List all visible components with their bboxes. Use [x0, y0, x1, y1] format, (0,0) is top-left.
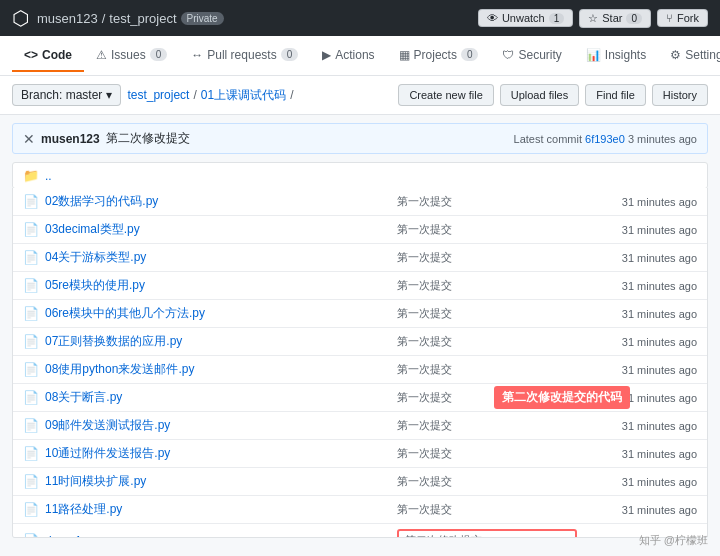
tab-actions[interactable]: ▶ Actions [310, 40, 386, 72]
file-icon: 📄 [23, 278, 39, 293]
table-row: 📄 demo1.py 第二次修改提交 3 minutes ago [13, 524, 707, 538]
header-actions: 👁 Unwatch 1 ☆ Star 0 ⑂ Fork [478, 9, 708, 28]
commit-message: 第二次修改提交 [106, 130, 190, 147]
table-row: 📄 04关于游标类型.py 第一次提交 31 minutes ago [13, 244, 707, 272]
breadcrumb-bar: Branch: master ▾ test_project / 01上课调试代码… [0, 76, 720, 115]
time-col: 31 minutes ago [577, 224, 697, 236]
file-icon: 📄 [23, 362, 39, 377]
fork-button[interactable]: ⑂ Fork [657, 9, 708, 27]
file-link[interactable]: 📄 07正则替换数据的应用.py [23, 333, 397, 350]
file-link[interactable]: 📄 08关于断言.py [23, 389, 397, 406]
code-icon: <> [24, 48, 38, 62]
commit-info-bar: ✕ musen123 第二次修改提交 Latest commit 6f193e0… [12, 123, 708, 154]
file-link[interactable]: 📄 11时间模块扩展.py [23, 473, 397, 490]
file-link[interactable]: 📄 08使用python来发送邮件.py [23, 361, 397, 378]
file-icon: 📄 [23, 390, 39, 405]
commit-col: 第一次提交 [397, 474, 577, 489]
table-row: 📄 11时间模块扩展.py 第一次提交 31 minutes ago [13, 468, 707, 496]
commit-hash[interactable]: 6f193e0 [585, 133, 625, 145]
file-link[interactable]: 📄 02数据学习的代码.py [23, 193, 397, 210]
table-row: 📄 06re模块中的其他几个方法.py 第一次提交 31 minutes ago [13, 300, 707, 328]
file-link[interactable]: 📄 03decimal类型.py [23, 221, 397, 238]
commit-col: 第一次提交 [397, 418, 577, 433]
time-col: 31 minutes ago [577, 448, 697, 460]
file-link[interactable]: 📄 11路径处理.py [23, 501, 397, 518]
file-icon: 📄 [23, 222, 39, 237]
tab-pullrequests[interactable]: ↔ Pull requests 0 [179, 40, 310, 72]
file-link[interactable]: 📄 06re模块中的其他几个方法.py [23, 305, 397, 322]
time-col: 31 minutes ago [577, 308, 697, 320]
file-icon: 📄 [23, 194, 39, 209]
tab-issues[interactable]: ⚠ Issues 0 [84, 40, 179, 72]
file-icon: 📄 [23, 533, 39, 538]
commit-col: 第一次提交 [397, 278, 577, 293]
commit-col: 第二次修改提交 [397, 529, 577, 538]
path-folder[interactable]: 01上课调试代码 [201, 87, 286, 104]
table-row: 📄 03decimal类型.py 第一次提交 31 minutes ago [13, 216, 707, 244]
file-icon: 📄 [23, 502, 39, 517]
github-logo: ⬡ [12, 6, 29, 30]
table-row: 📄 11路径处理.py 第一次提交 31 minutes ago [13, 496, 707, 524]
latest-commit-label: Latest commit [514, 133, 582, 145]
file-link[interactable]: 📄 10通过附件发送报告.py [23, 445, 397, 462]
file-table-main: 📄 02数据学习的代码.py 第一次提交 31 minutes ago 📄 03… [12, 188, 708, 538]
file-link[interactable]: 📄 05re模块的使用.py [23, 277, 397, 294]
file-link[interactable]: 📄 demo1.py [23, 533, 397, 538]
history-button[interactable]: History [652, 84, 708, 106]
commit-col: 第一次提交 [397, 390, 577, 405]
tab-security[interactable]: 🛡 Security [490, 40, 573, 72]
time-col: 31 minutes ago [577, 364, 697, 376]
breadcrumb-left: Branch: master ▾ test_project / 01上课调试代码… [12, 84, 293, 106]
file-table: 📁 .. [12, 162, 708, 189]
repo-breadcrumb: musen123 / test_project Private [37, 11, 224, 26]
commit-col: 第一次提交 [397, 334, 577, 349]
watch-button[interactable]: 👁 Unwatch 1 [478, 9, 573, 27]
folder-icon: 📁 [23, 168, 39, 183]
time-col: 31 minutes ago [577, 476, 697, 488]
commit-bar-left: ✕ musen123 第二次修改提交 [23, 130, 190, 147]
tab-projects[interactable]: ▦ Projects 0 [387, 40, 491, 72]
create-file-button[interactable]: Create new file [398, 84, 493, 106]
page-header: ⬡ musen123 / test_project Private 👁 Unwa… [0, 0, 720, 36]
table-row: 📄 10通过附件发送报告.py 第一次提交 31 minutes ago [13, 440, 707, 468]
fork-icon: ⑂ [666, 12, 673, 24]
path-root[interactable]: test_project [127, 88, 189, 102]
upload-files-button[interactable]: Upload files [500, 84, 579, 106]
file-icon: 📄 [23, 306, 39, 321]
file-icon: 📄 [23, 446, 39, 461]
commit-col: 第一次提交 [397, 250, 577, 265]
private-badge: Private [181, 12, 224, 25]
star-count: 0 [626, 13, 642, 24]
table-row: 📄 07正则替换数据的应用.py 第一次提交 31 minutes ago [13, 328, 707, 356]
tab-settings[interactable]: ⚙ Settings [658, 40, 720, 72]
find-file-button[interactable]: Find file [585, 84, 646, 106]
time-col: 31 minutes ago [577, 252, 697, 264]
file-link[interactable]: 📁 .. [23, 168, 397, 183]
commit-col: 第一次提交 [397, 502, 577, 517]
tab-code[interactable]: <> Code [12, 40, 84, 72]
breadcrumb-sep: / [102, 11, 106, 26]
table-row: 📄 05re模块的使用.py 第一次提交 31 minutes ago [13, 272, 707, 300]
repo-link[interactable]: test_project [109, 11, 176, 26]
file-icon: 📄 [23, 418, 39, 433]
eye-icon: 👁 [487, 12, 498, 24]
breadcrumb-actions: Create new file Upload files Find file H… [398, 84, 708, 106]
tab-insights[interactable]: 📊 Insights [574, 40, 658, 72]
time-col: 31 minutes ago [577, 196, 697, 208]
commit-col: 第一次提交 [397, 194, 577, 209]
chevron-down-icon: ▾ [106, 88, 112, 102]
branch-selector[interactable]: Branch: master ▾ [12, 84, 121, 106]
time-col: 31 minutes ago [577, 392, 697, 404]
commit-bar-right: Latest commit 6f193e0 3 minutes ago [514, 133, 697, 145]
close-icon[interactable]: ✕ [23, 131, 35, 147]
file-link[interactable]: 📄 09邮件发送测试报告.py [23, 417, 397, 434]
time-col: 31 minutes ago [577, 336, 697, 348]
file-link[interactable]: 📄 04关于游标类型.py [23, 249, 397, 266]
nav-tabs: <> Code ⚠ Issues 0 ↔ Pull requests 0 ▶ A… [0, 36, 720, 76]
watch-count: 1 [549, 13, 565, 24]
time-col: 31 minutes ago [577, 504, 697, 516]
star-button[interactable]: ☆ Star 0 [579, 9, 651, 28]
username-link[interactable]: musen123 [37, 11, 98, 26]
commit-time: 3 minutes ago [628, 133, 697, 145]
file-icon: 📄 [23, 474, 39, 489]
